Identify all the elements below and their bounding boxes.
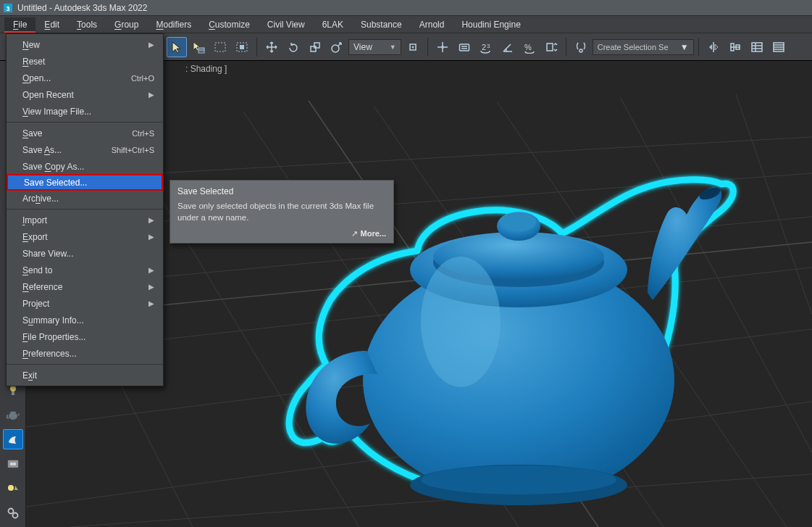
svg-rect-9 [314,43,319,48]
file-menu-share-view[interactable]: Share View... [7,245,163,262]
file-menu-exit[interactable]: Exit [7,367,163,383]
file-menu-save-as[interactable]: Save As...Shift+Ctrl+S [7,141,163,158]
file-menu-new[interactable]: New▶ [7,36,163,53]
scale-tool[interactable] [305,37,325,57]
file-menu-open[interactable]: Open...Ctrl+O [7,70,163,86]
file-menu-summary-info[interactable]: Summary Info... [7,312,163,328]
svg-point-66 [421,465,616,494]
file-menu-save-copy-as[interactable]: Save Copy As... [7,158,163,175]
window-crossing-toggle[interactable] [232,37,252,57]
save-selected-tooltip: Save Selected Save only selected objects… [169,180,394,244]
menu-item-label: Archive... [22,194,59,204]
menu-item-label: Import [22,215,47,225]
file-menu-view-image-file[interactable]: View Image File... [7,103,163,120]
menu-item-label: Project [22,299,49,309]
teapot-scene-icon[interactable] [3,404,23,425]
menu-item-shortcut: Ctrl+S [132,129,154,138]
menu-item-label: View Image File... [22,107,91,117]
use-pivot-center[interactable] [403,37,423,57]
snap-toggle[interactable]: 23 [476,37,496,57]
submenu-arrow-icon: ▶ [148,216,154,224]
reference-coord-system-value: View [353,42,372,52]
rotate-tool[interactable] [283,37,304,57]
svg-rect-8 [311,46,316,51]
menu-customize[interactable]: Customize [200,17,259,32]
svg-point-72 [421,257,501,387]
svg-point-41 [12,513,17,518]
svg-rect-7 [240,45,244,49]
file-menu-send-to[interactable]: Send to▶ [7,262,163,278]
menu-item-label: Open... [22,73,51,83]
reference-coord-system-dropdown[interactable]: View ▼ [348,39,401,55]
menu-edit[interactable]: Edit [35,17,68,32]
titlebar: 3 Untitled - Autodesk 3ds Max 2022 [0,0,812,16]
menu-item-label: Open Recent [22,90,74,100]
file-menu-reset[interactable]: Reset [7,53,163,70]
menu-civil-view[interactable]: Civil View [259,17,314,32]
toolbar-separator [566,38,566,57]
active-viewport-icon[interactable] [3,429,23,449]
svg-point-12 [411,46,414,48]
external-link-icon: ↗ [351,229,358,238]
menu-separator [7,122,163,123]
settings-gears-icon[interactable] [3,503,23,523]
menu-item-shortcut: Shift+Ctrl+S [112,146,154,154]
svg-line-55 [736,94,812,315]
edit-named-selection-sets[interactable] [571,37,591,57]
svg-point-10 [332,45,339,52]
menu-modifiers[interactable]: Modifiers [147,17,200,32]
svg-rect-14 [459,44,469,51]
safe-frames-icon[interactable] [3,454,23,474]
mirror-tool[interactable] [703,37,724,57]
toolbar-separator [427,38,428,57]
file-menu-save-selected[interactable]: Save Selected... [7,174,163,191]
menu-item-label: Send to [22,265,52,275]
move-tool[interactable] [261,37,282,57]
align-tool[interactable] [725,37,745,57]
select-by-name-tool[interactable] [188,37,209,57]
file-menu-open-recent[interactable]: Open Recent▶ [7,86,163,103]
rectangular-selection-region[interactable] [210,37,230,57]
manipulate-tool[interactable] [432,37,453,57]
spinner-snap-toggle[interactable] [541,37,561,57]
tooltip-more-link[interactable]: ↗More... [177,229,386,238]
menu-arnold[interactable]: Arnold [411,17,453,32]
file-menu-preferences[interactable]: Preferences... [7,345,163,362]
keyboard-shortcut-override[interactable] [454,37,474,57]
menu-tools[interactable]: Tools [68,17,106,32]
chevron-down-icon: ▼ [680,42,689,52]
file-menu-dropdown: New▶ResetOpen...Ctrl+OOpen Recent▶View I… [6,33,164,386]
menu-item-label: Export [22,232,48,242]
menu-file[interactable]: File [4,17,35,32]
file-menu-save[interactable]: SaveCtrl+S [7,125,163,141]
menu-substance[interactable]: Substance [352,17,411,32]
file-menu-file-properties[interactable]: File Properties... [7,328,163,345]
menu-group[interactable]: Group [106,17,147,32]
toggle-scene-explorer[interactable] [747,37,767,57]
file-menu-export[interactable]: Export▶ [7,228,163,245]
file-menu-import[interactable]: Import▶ [7,212,163,228]
toolbar-separator [256,38,257,57]
file-menu-reference[interactable]: Reference▶ [7,278,163,295]
lights-toggle-icon[interactable] [3,478,23,499]
menu-item-label: Save Selected... [24,178,87,188]
svg-point-39 [8,485,14,491]
menu-houdini-engine[interactable]: Houdini Engine [453,17,529,32]
menu-6lak[interactable]: 6LAK [314,17,352,32]
window-title: Untitled - Autodesk 3ds Max 2022 [17,3,147,13]
file-menu-archive[interactable]: Archive... [7,190,163,207]
tooltip-body: Save only selected objects in the curren… [177,201,386,223]
svg-rect-20 [547,43,553,51]
named-selection-sets-input[interactable]: Create Selection Se ▼ [593,39,694,55]
menu-item-label: Summary Info... [22,315,84,325]
placement-tool[interactable] [327,37,347,57]
file-menu-project[interactable]: Project▶ [7,295,163,312]
select-object-tool[interactable] [167,37,187,57]
menu-item-shortcut: Ctrl+O [131,74,154,83]
app-logo-icon: 3 [3,3,13,13]
percent-snap-toggle[interactable]: % [519,37,540,57]
angle-snap-toggle[interactable] [498,37,518,57]
submenu-arrow-icon: ▶ [148,283,154,291]
menu-item-label: Reference [22,282,62,292]
toggle-layer-explorer[interactable] [769,37,789,57]
